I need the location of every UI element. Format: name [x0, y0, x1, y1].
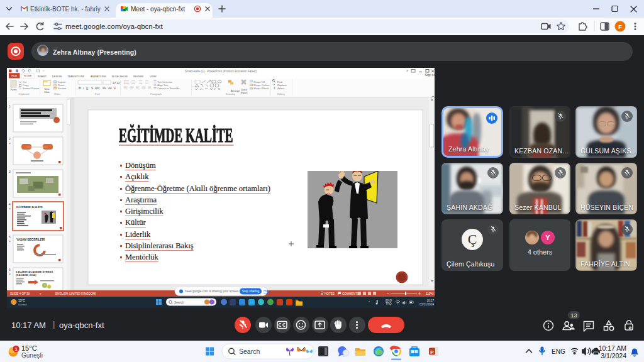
svg-text:ENG: ENG — [386, 299, 392, 302]
svg-text:S: S — [629, 326, 631, 330]
svg-text:SLIDE 4 OF 18: SLIDE 4 OF 18 — [10, 292, 30, 295]
svg-text:Güneşli: Güneşli — [18, 303, 27, 306]
svg-text:6: 6 — [9, 268, 11, 272]
svg-text:ANIMATIONS: ANIMATIONS — [91, 75, 106, 78]
svg-text:Paragraph: Paragraph — [150, 92, 162, 96]
svg-text:15°C: 15°C — [21, 344, 37, 352]
svg-text:ENGLISH (UNITED KINGDOM): ENGLISH (UNITED KINGDOM) — [55, 292, 96, 295]
svg-text:REVIEW: REVIEW — [133, 75, 143, 78]
svg-text:3: 3 — [9, 170, 11, 173]
svg-text:Convert to SmartArt: Convert to SmartArt — [157, 87, 180, 90]
svg-text:✶: ✶ — [9, 141, 11, 145]
svg-text:Editing: Editing — [277, 92, 285, 96]
svg-text:Slide: Slide — [44, 90, 50, 94]
svg-text:EĞİTİMDE KALİTE: EĞİTİMDE KALİTE — [16, 206, 43, 209]
svg-text:(KAĞIDIM, 2004): (KAĞIDIM, 2004) — [16, 273, 36, 277]
svg-text:Sign in: Sign in — [425, 73, 435, 77]
svg-text:Slides: Slides — [54, 92, 61, 96]
svg-text:COMMENTS: COMMENTS — [342, 292, 359, 295]
svg-text:F: F — [618, 23, 622, 30]
svg-text:P: P — [430, 349, 434, 355]
svg-text:1: 1 — [9, 104, 11, 108]
svg-text:Section: Section — [58, 87, 66, 90]
svg-text:5: 5 — [9, 235, 11, 239]
svg-text:1: 1 — [14, 346, 17, 352]
svg-text:Güneşli: Güneşli — [21, 352, 43, 359]
svg-text:10:17 AM: 10:17 AM — [599, 344, 626, 352]
svg-text:INSERT: INSERT — [38, 75, 47, 78]
svg-text:Search: Search — [239, 348, 260, 355]
svg-text:✶: ✶ — [9, 207, 11, 211]
svg-text:Arrange: Arrange — [231, 89, 240, 92]
svg-text:110%: 110% — [426, 292, 433, 295]
svg-text:Stop sharing: Stop sharing — [242, 290, 260, 293]
svg-text:03/01/2024: 03/01/2024 — [419, 303, 434, 306]
svg-text:Hide: Hide — [264, 290, 270, 293]
svg-text:4: 4 — [9, 202, 11, 206]
svg-text:FILE: FILE — [11, 74, 17, 77]
svg-text:YAŞAM BECERİLERİ: YAŞAM BECERİLERİ — [16, 238, 45, 241]
svg-text:U: U — [86, 87, 88, 90]
svg-text:TRQ: TRQ — [386, 302, 392, 305]
svg-text:✶: ✶ — [9, 272, 11, 276]
svg-text:Clipboard: Clipboard — [19, 92, 30, 96]
svg-text:Drawing: Drawing — [226, 92, 235, 96]
svg-text:Styles: Styles — [241, 91, 248, 94]
svg-text:Search: Search — [174, 300, 184, 304]
svg-text:Shape Effects: Shape Effects — [253, 87, 269, 90]
svg-text:?: ? — [406, 69, 408, 73]
svg-text:Aa: Aa — [108, 87, 112, 90]
svg-text:Format Painter: Format Painter — [23, 87, 40, 90]
svg-text:Paste: Paste — [10, 88, 17, 91]
svg-text:✶: ✶ — [9, 239, 11, 243]
svg-text:15°C: 15°C — [18, 299, 25, 302]
svg-text:HOME: HOME — [24, 74, 32, 77]
svg-text:VIEW: VIEW — [150, 75, 156, 78]
svg-text:S: S — [91, 87, 93, 90]
svg-text:3/1/2024: 3/1/2024 — [601, 352, 626, 359]
svg-text:ENG: ENG — [552, 348, 565, 355]
svg-text:≡: ≡ — [40, 292, 42, 295]
svg-text:meet.google.com is sharing you: meet.google.com is sharing your screen. — [185, 290, 239, 293]
svg-text:NOTES: NOTES — [325, 292, 335, 295]
svg-text:abc: abc — [95, 87, 100, 90]
svg-text:SLIDE SHOW: SLIDE SHOW — [111, 75, 127, 78]
svg-text:2: 2 — [9, 137, 11, 141]
svg-text:TRANSITIONS: TRANSITIONS — [67, 75, 84, 78]
svg-text:Smart-kalite (1) - PowerPoint: Smart-kalite (1) - PowerPoint (Product A… — [185, 70, 257, 73]
svg-text:DESIGN: DESIGN — [52, 75, 62, 78]
svg-text:10:17: 10:17 — [427, 299, 435, 302]
svg-text:Font: Font — [95, 92, 101, 96]
svg-text:13: 13 — [570, 312, 577, 319]
svg-text:A˄ A˅: A˄ A˅ — [113, 82, 121, 85]
svg-text:AV: AV — [103, 87, 107, 90]
svg-text:Select: Select — [277, 87, 285, 90]
